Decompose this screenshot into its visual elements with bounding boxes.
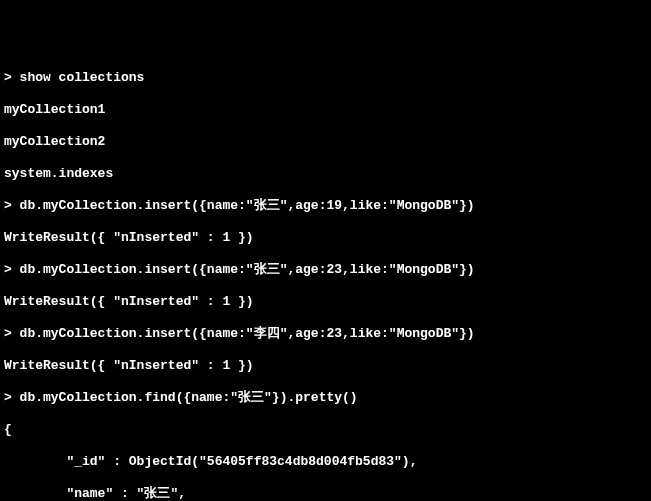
command-line: > show collections	[4, 70, 647, 86]
output-line: "name" : "张三",	[4, 486, 647, 501]
output-line: WriteResult({ "nInserted" : 1 })	[4, 294, 647, 310]
output-line: {	[4, 422, 647, 438]
output-line: "_id" : ObjectId("56405ff83c4db8d004fb5d…	[4, 454, 647, 470]
output-line: myCollection2	[4, 134, 647, 150]
command-line: > db.myCollection.insert({name:"张三",age:…	[4, 198, 647, 214]
command-line: > db.myCollection.insert({name:"李四",age:…	[4, 326, 647, 342]
command-line: > db.myCollection.find({name:"张三"}).pret…	[4, 390, 647, 406]
output-line: system.indexes	[4, 166, 647, 182]
output-line: WriteResult({ "nInserted" : 1 })	[4, 230, 647, 246]
output-line: myCollection1	[4, 102, 647, 118]
output-line: WriteResult({ "nInserted" : 1 })	[4, 358, 647, 374]
command-line: > db.myCollection.insert({name:"张三",age:…	[4, 262, 647, 278]
